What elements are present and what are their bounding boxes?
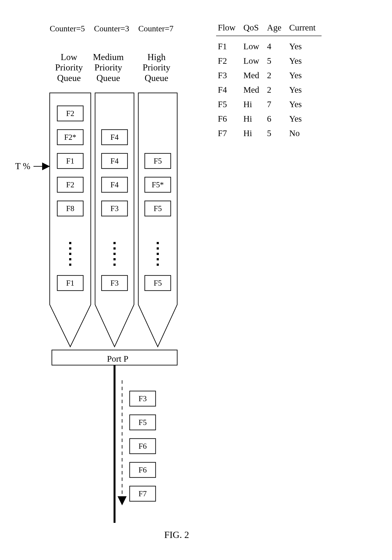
queue-high-shape <box>138 93 177 347</box>
svg-rect-6 <box>113 247 116 250</box>
packet-med-bottom-label: F3 <box>111 279 119 287</box>
packet-med-4-label: F3 <box>111 204 119 213</box>
svg-rect-2 <box>69 253 71 255</box>
port-label: Port P <box>107 354 128 364</box>
svg-rect-11 <box>157 247 159 250</box>
output-packet-0-label: F3 <box>139 394 147 403</box>
output-packet-4-label: F7 <box>139 489 147 498</box>
queue-med-packets: F4F4F4F3 <box>101 130 128 216</box>
svg-rect-8 <box>113 258 116 260</box>
dots-low <box>69 242 71 266</box>
packet-low-1-label: F2* <box>64 133 76 141</box>
svg-rect-1 <box>69 247 71 250</box>
diagram-svg: F2F2*F1F2F8 F4F4F4F3 F5F5*F5 F1F3F5 <box>0 0 392 560</box>
dots-med <box>113 242 116 266</box>
queue-med-shape <box>95 93 134 347</box>
queue-high-packets: F5F5*F5 <box>145 153 171 216</box>
packet-high-bottom-label: F5 <box>154 279 162 287</box>
packet-high-2-label: F5 <box>154 157 162 165</box>
packet-low-0-label: F2 <box>66 109 74 118</box>
svg-rect-5 <box>113 242 116 244</box>
output-packet-2-label: F6 <box>139 442 147 450</box>
queue-low-packets: F2F2*F1F2F8 <box>57 106 83 216</box>
svg-rect-12 <box>157 253 159 255</box>
svg-rect-10 <box>157 242 159 244</box>
packet-high-3-label: F5* <box>152 180 164 189</box>
packet-low-2-label: F1 <box>66 157 74 165</box>
figure-label: FIG. 2 <box>164 529 189 540</box>
output-packet-3-label: F6 <box>139 466 147 474</box>
packet-high-4-label: F5 <box>154 204 162 213</box>
packet-med-2-label: F4 <box>111 157 119 165</box>
queue-bottom-packets: F1F3F5 <box>57 275 171 290</box>
output-packets: F3F5F6F6F7 <box>130 391 156 501</box>
packet-low-3-label: F2 <box>66 180 74 189</box>
svg-rect-7 <box>113 253 116 255</box>
svg-rect-0 <box>69 242 71 244</box>
svg-rect-13 <box>157 258 159 260</box>
svg-rect-3 <box>69 258 71 260</box>
queue-low-shape <box>50 93 91 347</box>
packet-med-1-label: F4 <box>111 133 119 141</box>
packet-low-4-label: F8 <box>66 204 74 213</box>
packet-med-3-label: F4 <box>111 180 119 189</box>
svg-rect-9 <box>113 264 116 266</box>
svg-rect-4 <box>69 264 71 266</box>
dots-high <box>157 242 159 266</box>
output-packet-1-label: F5 <box>139 418 147 427</box>
packet-low-bottom-label: F1 <box>66 279 74 287</box>
svg-rect-14 <box>157 264 159 266</box>
